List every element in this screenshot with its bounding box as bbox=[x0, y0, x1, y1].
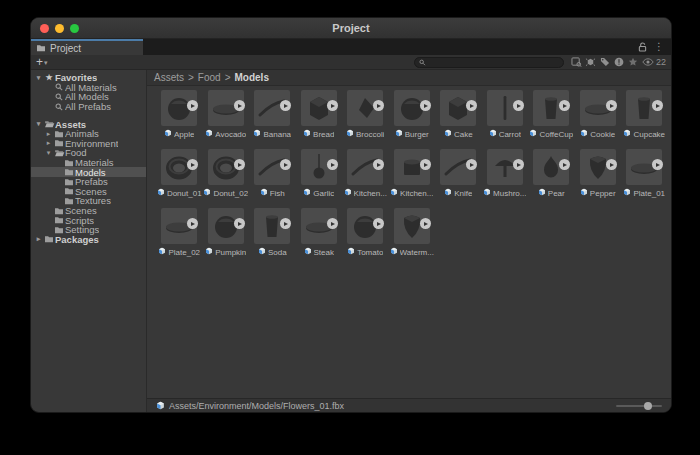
play-button[interactable] bbox=[420, 159, 431, 170]
asset-item[interactable]: Mushro... bbox=[482, 149, 529, 198]
asset-thumbnail[interactable] bbox=[533, 149, 569, 185]
asset-item[interactable]: Avocado bbox=[203, 90, 250, 139]
asset-item[interactable]: Carrot bbox=[482, 90, 529, 139]
asset-thumbnail[interactable] bbox=[440, 90, 476, 126]
zoom-slider-handle[interactable] bbox=[644, 402, 652, 410]
breadcrumb-assets[interactable]: Assets bbox=[154, 72, 184, 83]
disclosure-arrow[interactable]: ▸ bbox=[34, 235, 43, 243]
label-icon[interactable] bbox=[598, 56, 612, 68]
asset-item[interactable]: Apple bbox=[156, 90, 203, 139]
sidebar-tree-row[interactable]: All Prefabs bbox=[31, 102, 146, 112]
play-button[interactable] bbox=[420, 218, 431, 229]
asset-item[interactable]: Waterm... bbox=[389, 208, 436, 257]
search-in-type-icon[interactable] bbox=[570, 56, 584, 68]
disclosure-arrow[interactable]: ▾ bbox=[44, 149, 53, 157]
asset-item[interactable]: Pumpkin bbox=[203, 208, 250, 257]
asset-thumbnail[interactable] bbox=[626, 90, 662, 126]
asset-thumbnail[interactable] bbox=[161, 208, 197, 244]
play-button[interactable] bbox=[327, 100, 338, 111]
folder-icon bbox=[53, 207, 65, 215]
asset-thumbnail[interactable] bbox=[301, 149, 337, 185]
asset-item[interactable]: Pepper bbox=[575, 149, 622, 198]
asset-item[interactable]: Cake bbox=[435, 90, 482, 139]
play-button[interactable] bbox=[234, 159, 245, 170]
asset-item[interactable]: Steak bbox=[296, 208, 343, 257]
info-icon[interactable] bbox=[612, 56, 626, 68]
asset-item[interactable]: Pear bbox=[528, 149, 575, 198]
asset-thumbnail[interactable] bbox=[580, 90, 616, 126]
play-button[interactable] bbox=[606, 159, 617, 170]
asset-thumbnail[interactable] bbox=[580, 149, 616, 185]
model-asset-icon bbox=[483, 188, 491, 198]
zoom-slider[interactable] bbox=[616, 405, 662, 407]
asset-thumbnail[interactable] bbox=[487, 149, 523, 185]
asset-item[interactable]: Plate_01 bbox=[621, 149, 668, 198]
asset-thumbnail[interactable] bbox=[254, 90, 290, 126]
lock-icon[interactable] bbox=[638, 42, 647, 52]
asset-thumbnail[interactable] bbox=[208, 90, 244, 126]
asset-thumbnail[interactable] bbox=[208, 208, 244, 244]
play-button[interactable] bbox=[513, 159, 524, 170]
disclosure-arrow[interactable]: ▸ bbox=[44, 130, 53, 138]
search-input[interactable] bbox=[426, 58, 559, 67]
play-button[interactable] bbox=[234, 100, 245, 111]
play-button[interactable] bbox=[234, 218, 245, 229]
asset-item[interactable]: Bread bbox=[296, 90, 343, 139]
play-button[interactable] bbox=[420, 100, 431, 111]
play-button[interactable] bbox=[327, 159, 338, 170]
asset-item[interactable]: Kitchen... bbox=[342, 149, 389, 198]
asset-thumbnail[interactable] bbox=[208, 149, 244, 185]
asset-thumbnail[interactable] bbox=[161, 149, 197, 185]
asset-thumbnail[interactable] bbox=[301, 90, 337, 126]
asset-item[interactable]: Tomato bbox=[342, 208, 389, 257]
tab-project[interactable]: Project bbox=[31, 39, 143, 55]
asset-thumbnail[interactable] bbox=[161, 90, 197, 126]
asset-thumbnail[interactable] bbox=[347, 208, 383, 244]
sidebar-tree-row[interactable]: ▸ Packages bbox=[31, 235, 146, 245]
asset-name: Donut_01 bbox=[167, 189, 202, 198]
disclosure-arrow[interactable]: ▾ bbox=[34, 74, 43, 82]
asset-item[interactable]: Kitchen... bbox=[389, 149, 436, 198]
asset-item[interactable]: Cookie bbox=[575, 90, 622, 139]
asset-thumbnail[interactable] bbox=[394, 90, 430, 126]
disclosure-arrow[interactable]: ▸ bbox=[44, 139, 53, 147]
model-asset-icon bbox=[344, 188, 352, 198]
disclosure-arrow[interactable]: ▾ bbox=[34, 120, 43, 128]
search-field[interactable] bbox=[414, 57, 564, 68]
asset-item[interactable]: Donut_02 bbox=[203, 149, 250, 198]
asset-thumbnail[interactable] bbox=[347, 149, 383, 185]
asset-item[interactable]: Soda bbox=[249, 208, 296, 257]
asset-thumbnail[interactable] bbox=[487, 90, 523, 126]
hidden-packages-toggle[interactable]: 22 bbox=[642, 57, 666, 67]
breadcrumb-models[interactable]: Models bbox=[235, 72, 269, 83]
asset-thumbnail[interactable] bbox=[394, 208, 430, 244]
asset-item[interactable]: Burger bbox=[389, 90, 436, 139]
asset-thumbnail[interactable] bbox=[301, 208, 337, 244]
asset-thumbnail[interactable] bbox=[254, 208, 290, 244]
play-button[interactable] bbox=[606, 100, 617, 111]
asset-item[interactable]: Knife bbox=[435, 149, 482, 198]
favorite-search-icon[interactable] bbox=[626, 56, 640, 68]
asset-item[interactable]: CoffeCup bbox=[528, 90, 575, 139]
asset-thumbnail[interactable] bbox=[533, 90, 569, 126]
asset-item[interactable]: Donut_01 bbox=[156, 149, 203, 198]
asset-item[interactable]: Cupcake bbox=[621, 90, 668, 139]
play-button[interactable] bbox=[513, 100, 524, 111]
asset-item[interactable]: Banana bbox=[249, 90, 296, 139]
asset-item[interactable]: Broccoli bbox=[342, 90, 389, 139]
asset-thumbnail[interactable] bbox=[440, 149, 476, 185]
kebab-menu-icon[interactable]: ⋮ bbox=[654, 42, 664, 52]
asset-item[interactable]: Garlic bbox=[296, 149, 343, 198]
sidebar-tree-row[interactable]: ▸ Environment bbox=[31, 139, 146, 149]
asset-item[interactable]: Fish bbox=[249, 149, 296, 198]
play-button[interactable] bbox=[327, 218, 338, 229]
asset-thumbnail[interactable] bbox=[254, 149, 290, 185]
asset-thumbnail[interactable] bbox=[626, 149, 662, 185]
breadcrumb-food[interactable]: Food bbox=[198, 72, 221, 83]
add-asset-button[interactable]: + ▾ bbox=[36, 56, 48, 68]
package-icon[interactable] bbox=[584, 56, 598, 68]
asset-thumbnail[interactable] bbox=[347, 90, 383, 126]
asset-item[interactable]: Plate_02 bbox=[156, 208, 203, 257]
titlebar[interactable]: Project bbox=[31, 18, 671, 39]
asset-thumbnail[interactable] bbox=[394, 149, 430, 185]
